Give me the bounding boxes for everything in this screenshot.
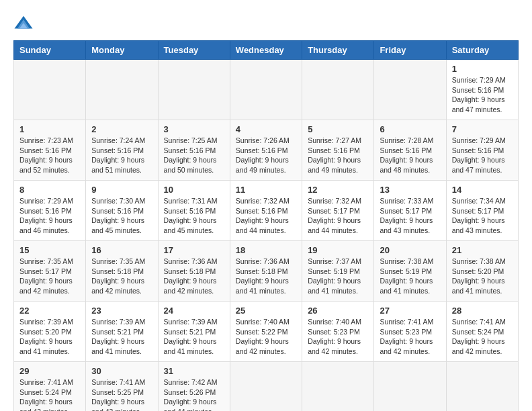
day-number: 3	[164, 124, 224, 134]
calendar-cell	[86, 60, 158, 120]
day-info: Sunrise: 7:41 AMSunset: 5:23 PMDaylight:…	[380, 317, 440, 357]
calendar-cell: 16Sunrise: 7:35 AMSunset: 5:18 PMDayligh…	[86, 241, 158, 302]
day-of-week-header: Tuesday	[158, 41, 230, 60]
day-info: Sunrise: 7:34 AMSunset: 5:17 PMDaylight:…	[452, 196, 513, 236]
calendar-cell: 23Sunrise: 7:39 AMSunset: 5:21 PMDayligh…	[86, 302, 158, 362]
day-number: 21	[452, 245, 513, 255]
day-of-week-header: Monday	[86, 41, 158, 60]
day-number: 5	[308, 124, 368, 134]
calendar-cell: 20Sunrise: 7:38 AMSunset: 5:19 PMDayligh…	[374, 241, 446, 302]
day-info: Sunrise: 7:35 AMSunset: 5:17 PMDaylight:…	[19, 257, 80, 296]
calendar-cell	[230, 362, 302, 412]
day-number: 19	[308, 245, 368, 255]
calendar-cell: 28Sunrise: 7:41 AMSunset: 5:24 PMDayligh…	[446, 302, 518, 362]
calendar-cell: 30Sunrise: 7:41 AMSunset: 5:25 PMDayligh…	[86, 362, 158, 412]
day-info: Sunrise: 7:27 AMSunset: 5:16 PMDaylight:…	[308, 136, 368, 175]
day-number: 28	[452, 306, 513, 316]
day-of-week-header: Saturday	[446, 41, 518, 60]
calendar-cell	[374, 60, 446, 120]
day-of-week-header: Sunday	[14, 41, 86, 60]
day-number: 16	[91, 245, 152, 255]
calendar-cell: 5Sunrise: 7:27 AMSunset: 5:16 PMDaylight…	[302, 120, 374, 181]
day-number: 12	[308, 185, 368, 195]
day-info: Sunrise: 7:39 AMSunset: 5:21 PMDaylight:…	[164, 317, 224, 357]
calendar-cell: 4Sunrise: 7:26 AMSunset: 5:16 PMDaylight…	[230, 120, 302, 181]
calendar-cell: 24Sunrise: 7:39 AMSunset: 5:21 PMDayligh…	[158, 302, 230, 362]
calendar-cell	[158, 60, 230, 120]
day-number: 26	[308, 306, 368, 316]
calendar-cell: 18Sunrise: 7:36 AMSunset: 5:18 PMDayligh…	[230, 241, 302, 302]
day-info: Sunrise: 7:36 AMSunset: 5:18 PMDaylight:…	[164, 257, 224, 296]
calendar-cell	[302, 60, 374, 120]
calendar-table: SundayMondayTuesdayWednesdayThursdayFrid…	[13, 40, 519, 411]
day-info: Sunrise: 7:41 AMSunset: 5:24 PMDaylight:…	[19, 377, 80, 411]
calendar-cell: 14Sunrise: 7:34 AMSunset: 5:17 PMDayligh…	[446, 181, 518, 241]
day-number: 6	[380, 124, 440, 134]
day-of-week-header: Thursday	[302, 41, 374, 60]
calendar-week-row: 1Sunrise: 7:29 AMSunset: 5:16 PMDaylight…	[14, 60, 519, 120]
calendar-cell	[14, 60, 86, 120]
day-number: 17	[164, 245, 224, 255]
calendar-cell: 21Sunrise: 7:38 AMSunset: 5:20 PMDayligh…	[446, 241, 518, 302]
day-info: Sunrise: 7:25 AMSunset: 5:16 PMDaylight:…	[164, 136, 224, 175]
day-number: 15	[19, 245, 80, 255]
day-info: Sunrise: 7:36 AMSunset: 5:18 PMDaylight:…	[236, 257, 296, 296]
calendar-cell: 29Sunrise: 7:41 AMSunset: 5:24 PMDayligh…	[14, 362, 86, 412]
day-info: Sunrise: 7:30 AMSunset: 5:16 PMDaylight:…	[91, 196, 152, 236]
day-number: 7	[452, 124, 513, 134]
calendar-cell: 25Sunrise: 7:40 AMSunset: 5:22 PMDayligh…	[230, 302, 302, 362]
calendar-week-row: 29Sunrise: 7:41 AMSunset: 5:24 PMDayligh…	[14, 362, 519, 412]
day-of-week-header: Friday	[374, 41, 446, 60]
calendar-cell: 17Sunrise: 7:36 AMSunset: 5:18 PMDayligh…	[158, 241, 230, 302]
day-info: Sunrise: 7:42 AMSunset: 5:26 PMDaylight:…	[164, 377, 224, 411]
day-info: Sunrise: 7:26 AMSunset: 5:16 PMDaylight:…	[236, 136, 296, 175]
day-number: 29	[19, 366, 80, 376]
day-number: 9	[91, 185, 152, 195]
day-info: Sunrise: 7:31 AMSunset: 5:16 PMDaylight:…	[164, 196, 224, 236]
day-number: 10	[164, 185, 224, 195]
day-number: 31	[164, 366, 224, 376]
calendar-week-row: 1Sunrise: 7:23 AMSunset: 5:16 PMDaylight…	[14, 120, 519, 181]
day-of-week-header: Wednesday	[230, 41, 302, 60]
calendar-cell: 26Sunrise: 7:40 AMSunset: 5:23 PMDayligh…	[302, 302, 374, 362]
day-info: Sunrise: 7:32 AMSunset: 5:17 PMDaylight:…	[308, 196, 368, 236]
calendar-week-row: 22Sunrise: 7:39 AMSunset: 5:20 PMDayligh…	[14, 302, 519, 362]
calendar-cell: 1Sunrise: 7:29 AMSunset: 5:16 PMDaylight…	[446, 60, 518, 120]
day-info: Sunrise: 7:29 AMSunset: 5:16 PMDaylight:…	[452, 75, 513, 115]
day-number: 25	[236, 306, 296, 316]
day-info: Sunrise: 7:41 AMSunset: 5:24 PMDaylight:…	[452, 317, 513, 357]
calendar-week-row: 15Sunrise: 7:35 AMSunset: 5:17 PMDayligh…	[14, 241, 519, 302]
day-info: Sunrise: 7:32 AMSunset: 5:16 PMDaylight:…	[236, 196, 296, 236]
day-number: 11	[236, 185, 296, 195]
day-info: Sunrise: 7:41 AMSunset: 5:25 PMDaylight:…	[91, 377, 152, 411]
day-info: Sunrise: 7:40 AMSunset: 5:22 PMDaylight:…	[236, 317, 296, 357]
day-info: Sunrise: 7:23 AMSunset: 5:16 PMDaylight:…	[19, 136, 80, 175]
day-number: 24	[164, 306, 224, 316]
calendar-cell	[230, 60, 302, 120]
logo	[13, 13, 36, 34]
day-number: 1	[452, 64, 513, 74]
calendar-cell: 19Sunrise: 7:37 AMSunset: 5:19 PMDayligh…	[302, 241, 374, 302]
calendar-cell: 31Sunrise: 7:42 AMSunset: 5:26 PMDayligh…	[158, 362, 230, 412]
day-number: 4	[236, 124, 296, 134]
calendar-cell: 6Sunrise: 7:28 AMSunset: 5:16 PMDaylight…	[374, 120, 446, 181]
page-header	[13, 13, 519, 34]
calendar-cell: 22Sunrise: 7:39 AMSunset: 5:20 PMDayligh…	[14, 302, 86, 362]
day-number: 18	[236, 245, 296, 255]
calendar-cell: 8Sunrise: 7:29 AMSunset: 5:16 PMDaylight…	[14, 181, 86, 241]
calendar-cell: 3Sunrise: 7:25 AMSunset: 5:16 PMDaylight…	[158, 120, 230, 181]
day-number: 1	[19, 124, 80, 134]
day-info: Sunrise: 7:24 AMSunset: 5:16 PMDaylight:…	[91, 136, 152, 175]
calendar-cell: 12Sunrise: 7:32 AMSunset: 5:17 PMDayligh…	[302, 181, 374, 241]
day-info: Sunrise: 7:38 AMSunset: 5:20 PMDaylight:…	[452, 257, 513, 296]
day-number: 20	[380, 245, 440, 255]
calendar-cell: 11Sunrise: 7:32 AMSunset: 5:16 PMDayligh…	[230, 181, 302, 241]
calendar-cell: 15Sunrise: 7:35 AMSunset: 5:17 PMDayligh…	[14, 241, 86, 302]
day-number: 23	[91, 306, 152, 316]
calendar-cell: 7Sunrise: 7:29 AMSunset: 5:16 PMDaylight…	[446, 120, 518, 181]
day-number: 2	[91, 124, 152, 134]
calendar-cell: 9Sunrise: 7:30 AMSunset: 5:16 PMDaylight…	[86, 181, 158, 241]
day-number: 22	[19, 306, 80, 316]
day-number: 27	[380, 306, 440, 316]
day-number: 14	[452, 185, 513, 195]
